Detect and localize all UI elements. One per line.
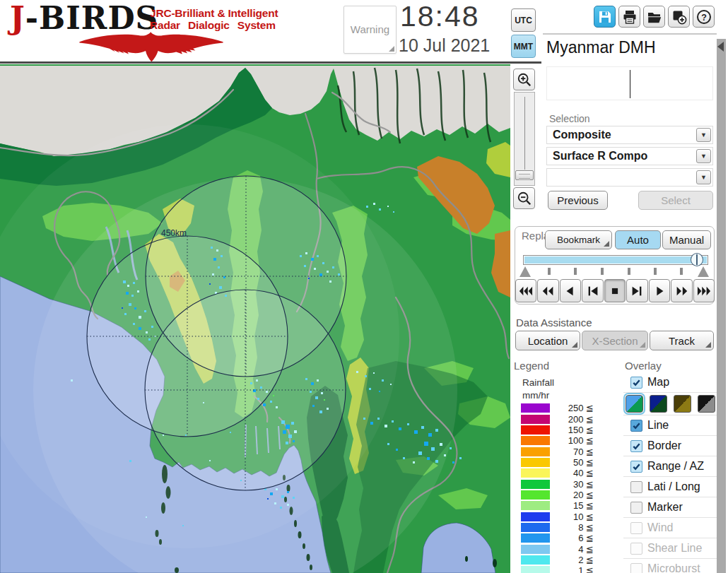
overlay-row-wind: Wind [623,518,717,538]
range-az-checkbox[interactable] [630,461,642,473]
legend-row: 2 ≦ [521,555,594,565]
radar-map-viewport[interactable]: 450km [0,64,510,573]
info-box[interactable] [546,66,713,100]
map-canvas[interactable]: 450km [0,64,510,573]
clock-date: 10 Jul 2021 [399,35,490,56]
dropdown-product-option[interactable]: ▼ [546,168,713,187]
overlay-title: Overlay [625,360,662,372]
legend-color-swatch [521,425,550,435]
play-icon [651,284,668,298]
save-button[interactable] [594,6,616,28]
control-panel: Myanmar DMH Selection Composite ▼ Surfac… [512,35,717,573]
legend-threshold-label: 20 ≦ [550,490,594,500]
previous-button[interactable]: Previous [548,191,608,210]
help-button[interactable]: ? [693,6,715,28]
folder-icon [646,8,663,25]
map-checkbox[interactable] [630,377,642,389]
legend-color-swatch [521,512,550,521]
legend-row: 200 ≦ [521,413,594,424]
legend-row: 30 ≦ [521,478,594,489]
shear-line-checkbox [630,543,642,555]
map-style-olive-button[interactable] [674,395,691,413]
utc-button[interactable]: UTC [511,8,536,32]
resize-grip-icon[interactable] [389,46,394,52]
open-file-button[interactable] [643,6,665,28]
map-style-black-gray-button[interactable] [698,395,715,413]
legend-row: 40 ≦ [521,468,594,478]
dropdown-value: Surface R Compo [553,150,647,163]
select-button[interactable]: Select [638,191,713,210]
panel-splitter[interactable] [717,39,726,573]
microburst-label: Microburst [647,562,700,573]
chevron-down-icon[interactable]: ▼ [696,170,711,184]
reverse-play-button[interactable] [560,279,581,302]
overlay-list: MapLineBorderRange / AZLati / LongMarker… [623,372,717,573]
legend-threshold-label: 100 ≦ [550,435,594,446]
overlay-row-line: Line [623,415,717,436]
chevron-down-icon[interactable]: ▼ [696,128,711,142]
legend-color-swatch [521,458,550,467]
x-section-button[interactable]: X-Section [582,331,648,350]
legend-row: 50 ≦ [521,457,594,468]
warning-panel[interactable]: Warning [344,6,397,54]
legend-row: 6 ≦ [521,533,594,543]
lati-long-checkbox[interactable] [630,481,642,493]
fast-rewind-button[interactable] [537,279,558,302]
dropdown-product-category[interactable]: Composite ▼ [546,126,713,144]
fastest-rewind-button[interactable] [515,279,536,302]
legend-threshold-label: 30 ≦ [550,479,594,490]
location-button[interactable]: Location [515,331,580,350]
legend-row: 250 ≦ [521,403,594,413]
print-button[interactable] [618,6,640,28]
legend-row: 8 ≦ [521,522,594,533]
range-az-label: Range / AZ [647,460,704,473]
fast-forward-icon [673,284,690,298]
line-checkbox[interactable] [630,420,642,432]
overlay-row-lati-long: Lati / Long [623,477,717,497]
border-checkbox[interactable] [630,440,642,452]
dropdown-product-type[interactable]: Surface R Compo ▼ [546,147,713,165]
replay-timeline-slider[interactable] [523,255,708,265]
line-label: Line [647,419,669,432]
fastest-forward-button[interactable] [693,279,715,302]
timeline-tick [548,268,551,275]
map-style-blue-green-button[interactable] [626,395,643,413]
play-button[interactable] [649,279,670,302]
timeline-tick [574,268,577,275]
header-divider [0,61,541,64]
legend-threshold-label: 50 ≦ [550,457,594,468]
fast-forward-button[interactable] [671,279,692,302]
manual-mode-button[interactable]: Manual [662,230,711,249]
skip-to-start-button[interactable] [582,279,603,302]
bookmark-button[interactable]: Bookmark [545,230,612,249]
skip-to-end-icon [628,284,645,298]
legend-color-swatch [521,523,550,532]
timeline-tick [654,268,657,275]
timeline-start-marker-icon[interactable] [519,266,531,277]
chevron-down-icon[interactable]: ▼ [696,149,711,163]
jbirds-logo: J-BIRDS JRC-Brilliant & Intelligent Rada… [7,0,304,64]
svg-text:?: ? [701,12,707,22]
skip-to-end-button[interactable] [626,279,647,302]
track-button[interactable]: Track [650,331,714,350]
timeline-end-marker-icon[interactable] [698,266,709,277]
screen-capture-button[interactable] [668,6,690,28]
legend-color-swatch [521,468,550,478]
collapse-panel-icon[interactable] [717,42,724,52]
logo-tagline-line1: JRC-Brilliant & Intelligent [150,7,278,19]
marker-checkbox[interactable] [630,502,642,514]
legend-scale: 250 ≦200 ≦150 ≦100 ≦70 ≦50 ≦40 ≦30 ≦20 ≦… [521,403,594,573]
range-ring-label: 450km [161,228,187,238]
logo-tagline: JRC-Brilliant & Intelligent Radar Dialog… [150,7,278,31]
legend-threshold-label: 8 ≦ [550,522,594,533]
replay-slider-handle[interactable] [691,253,703,266]
auto-mode-button[interactable]: Auto [615,230,661,249]
playback-controls [515,279,715,302]
marker-label: Marker [647,501,683,514]
check-icon [632,442,641,451]
jbirds-application: J-BIRDS JRC-Brilliant & Intelligent Rada… [0,0,728,573]
legend-threshold-label: 1 ≦ [550,565,594,573]
legend-threshold-label: 250 ≦ [550,403,594,413]
stop-button[interactable] [604,279,626,302]
map-style-navy-darkgreen-button[interactable] [650,395,667,413]
